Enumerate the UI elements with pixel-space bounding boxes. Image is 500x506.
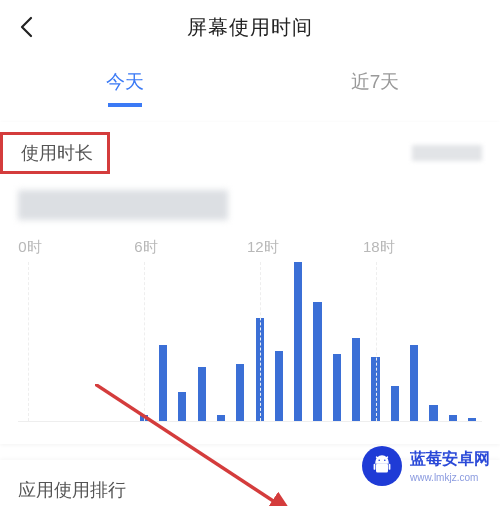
chart-bar	[159, 345, 167, 421]
x-axis-label: 12时	[247, 238, 279, 257]
page-title: 屏幕使用时间	[0, 14, 500, 41]
svg-rect-3	[376, 464, 388, 473]
chart-bar	[236, 364, 244, 421]
chart-bar	[333, 354, 341, 421]
usage-chart: 0时6时12时18时	[0, 220, 500, 444]
watermark: 蓝莓安卓网 www.lmkjz.com	[362, 446, 490, 486]
chart-bar	[198, 367, 206, 421]
chart-bar	[468, 418, 476, 421]
tabs: 今天 近7天	[0, 54, 500, 110]
usage-card: 使用时长 0时6时12时18时	[0, 122, 500, 444]
back-button[interactable]	[18, 16, 36, 42]
chart-bar	[449, 415, 457, 421]
tab-today[interactable]: 今天	[0, 69, 250, 95]
chart-bar	[352, 338, 360, 421]
chart-bar	[429, 405, 437, 421]
redacted-total	[18, 190, 228, 220]
watermark-text: 蓝莓安卓网	[410, 449, 490, 470]
app-ranking-label: 应用使用排行	[18, 480, 126, 500]
x-axis-label: 6时	[134, 238, 157, 257]
svg-rect-4	[374, 464, 376, 470]
x-axis-label: 0时	[18, 238, 41, 257]
x-axis-label: 18时	[363, 238, 395, 257]
chart-bar	[217, 415, 225, 421]
svg-point-2	[384, 459, 386, 461]
chart-bar	[313, 302, 321, 421]
svg-rect-5	[389, 464, 391, 470]
redacted-value	[412, 145, 482, 161]
watermark-url: www.lmkjz.com	[410, 472, 490, 483]
chevron-left-icon	[18, 24, 36, 41]
chart-bar	[275, 351, 283, 421]
android-icon	[362, 446, 402, 486]
chart-bar	[178, 392, 186, 421]
svg-point-1	[378, 459, 380, 461]
usage-duration-label: 使用时长	[21, 143, 93, 163]
chart-bar	[391, 386, 399, 421]
chart-bar	[294, 262, 302, 421]
tab-last-7-days[interactable]: 近7天	[250, 69, 500, 95]
usage-duration-highlight-box: 使用时长	[0, 132, 110, 174]
chart-bar	[410, 345, 418, 421]
